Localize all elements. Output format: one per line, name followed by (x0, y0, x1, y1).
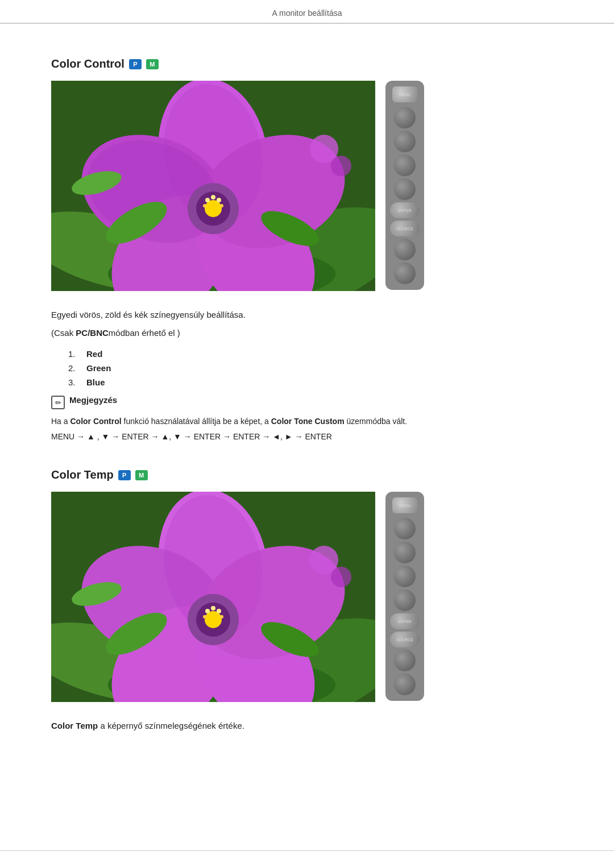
color-temp-desc: Color Temp a képernyő színmelegségének é… (51, 719, 563, 733)
svg-point-40 (203, 615, 206, 618)
svg-point-13 (205, 200, 222, 217)
color-temp-description-block: Color Temp a képernyő színmelegségének é… (51, 719, 563, 733)
list-label-blue: Blue (86, 377, 105, 387)
svg-point-15 (217, 198, 221, 202)
remote-control-2: MENU ENTER SOURCE (385, 492, 424, 701)
remote2-source-btn[interactable]: SOURCE (390, 632, 420, 647)
color-control-desc1: Egyedi vörös, zöld és kék színegyensúly … (51, 308, 563, 322)
list-item-blue: 3. Blue (68, 377, 563, 387)
remote-btn-2[interactable] (394, 131, 416, 152)
svg-point-18 (220, 204, 223, 207)
remote-control-1: MENU ENTER SOURCE (385, 81, 424, 290)
remote-source-btn[interactable]: SOURCE (390, 221, 420, 236)
remote-btn-6[interactable] (394, 263, 416, 284)
list-num-3: 3. (68, 377, 80, 387)
svg-point-39 (211, 606, 215, 610)
menu-path-1: MENU → ▲ , ▼ → ENTER → ▲, ▼ → ENTER → EN… (51, 432, 563, 441)
note-title: Megjegyzés (69, 395, 117, 405)
color-control-image-block: MENU ENTER SOURCE (51, 81, 563, 291)
note-icon: ✏ (51, 396, 65, 409)
svg-point-16 (211, 195, 215, 200)
remote-enter-btn[interactable]: ENTER (390, 202, 420, 218)
list-label-green: Green (86, 363, 111, 373)
list-num-2: 2. (68, 363, 80, 373)
svg-point-20 (331, 156, 351, 176)
color-temp-heading: Color Temp P M (51, 468, 563, 481)
color-control-flower-image (51, 81, 375, 291)
remote2-enter-btn[interactable]: ENTER (390, 613, 420, 629)
remote-btn-4[interactable] (394, 178, 416, 200)
note-content: Ha a Color Control funkció használatával… (51, 415, 563, 427)
color-temp-flower-image (51, 492, 375, 702)
list-label-red: Red (86, 349, 102, 359)
badge-m-2: M (135, 470, 148, 480)
svg-point-17 (203, 204, 206, 207)
remote-btn-1[interactable] (394, 107, 416, 128)
list-item-green: 2. Green (68, 363, 563, 373)
badge-m-1: M (146, 59, 159, 69)
svg-point-38 (217, 609, 221, 613)
svg-point-41 (220, 615, 223, 618)
svg-point-14 (205, 198, 210, 202)
remote2-btn-5[interactable] (394, 650, 416, 671)
badge-p-1: P (129, 59, 142, 69)
color-control-desc2: (Csak PC/BNCmódban érhető el ) (51, 326, 563, 340)
svg-point-36 (205, 611, 222, 628)
color-control-title: Color Control (51, 57, 125, 70)
remote2-btn-3[interactable] (394, 566, 416, 587)
page-header-title: A monitor beállítása (272, 9, 342, 18)
color-temp-image-block: MENU ENTER SOURCE (51, 492, 563, 702)
remote2-menu-btn[interactable]: MENU (392, 497, 417, 513)
remote-btn-5[interactable] (394, 239, 416, 260)
remote2-btn-2[interactable] (394, 542, 416, 563)
remote-btn-3[interactable] (394, 155, 416, 176)
badge-p-2: P (118, 470, 131, 480)
list-num-1: 1. (68, 349, 80, 359)
color-control-heading: Color Control P M (51, 57, 563, 70)
color-control-description: Egyedi vörös, zöld és kék színegyensúly … (51, 308, 563, 340)
svg-point-37 (205, 609, 210, 613)
remote2-btn-6[interactable] (394, 674, 416, 695)
note-box: ✏ Megjegyzés (51, 395, 563, 409)
color-temp-title: Color Temp (51, 468, 114, 481)
remote2-btn-4[interactable] (394, 589, 416, 611)
remote2-btn-1[interactable] (394, 518, 416, 539)
list-item-red: 1. Red (68, 349, 563, 359)
svg-point-43 (331, 567, 351, 587)
remote-menu-btn[interactable]: MENU (392, 86, 417, 102)
